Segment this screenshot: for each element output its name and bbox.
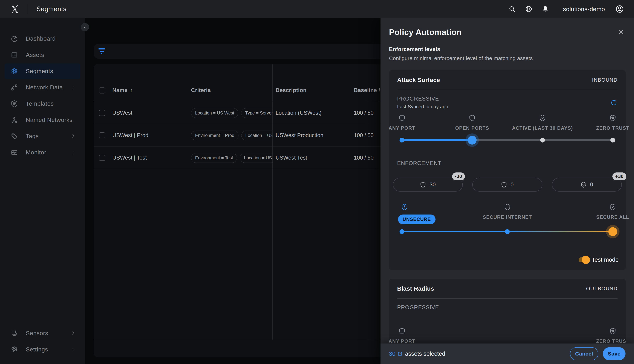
assets-icon bbox=[11, 51, 18, 59]
selected-assets-link[interactable]: 30 bbox=[389, 350, 403, 357]
sidebar-item-label: Sensors bbox=[26, 330, 48, 336]
shield-exclamation-icon bbox=[399, 114, 405, 121]
cancel-button[interactable]: Cancel bbox=[570, 347, 598, 360]
notifications-bell-icon[interactable] bbox=[542, 5, 549, 13]
segment-name: USWest bbox=[112, 110, 191, 116]
blast-radius-card: Blast Radius OUTBOUND PROGRESSIVE ANY PO… bbox=[389, 279, 626, 345]
settings-gear-icon bbox=[11, 346, 18, 353]
slider-start-dot bbox=[400, 138, 404, 142]
sidebar-item-settings[interactable]: Settings bbox=[0, 342, 85, 357]
enforcement-level-slider[interactable]: UNSECURE SECURE INTERNET SECURE ALL bbox=[402, 204, 613, 241]
slider-thumb[interactable] bbox=[468, 136, 477, 144]
sidebar-collapse-button[interactable] bbox=[81, 23, 89, 31]
enforcement-unsecure-button[interactable]: 30 -30 bbox=[393, 178, 463, 192]
slider-stop-any-port[interactable]: ANY PORT bbox=[389, 114, 415, 131]
sidebar-item-assets[interactable]: Assets bbox=[0, 47, 85, 63]
username[interactable]: solutions-demo bbox=[563, 6, 605, 12]
sidebar-item-label: Settings bbox=[26, 346, 48, 353]
sidebar-item-templates[interactable]: Templates bbox=[0, 96, 85, 112]
sidebar-item-sensors[interactable]: Sensors bbox=[0, 326, 85, 341]
card-title: Blast Radius bbox=[397, 285, 434, 292]
avatar-icon[interactable] bbox=[615, 4, 624, 14]
sidebar-item-network-data[interactable]: Network Data bbox=[0, 80, 85, 95]
segment-criteria: Location = US West Type = Server bbox=[191, 108, 272, 118]
save-button[interactable]: Save bbox=[603, 347, 625, 360]
column-header-description: Description bbox=[272, 87, 352, 94]
sidebar-item-tags[interactable]: Tags bbox=[0, 128, 85, 144]
enforcement-secure-internet-button[interactable]: 0 bbox=[472, 178, 542, 192]
slider-fill bbox=[402, 139, 472, 141]
named-networks-icon bbox=[11, 116, 18, 124]
slider-track[interactable] bbox=[402, 231, 613, 232]
shield-icon bbox=[501, 182, 507, 188]
segment-name: USWest | Test bbox=[112, 154, 191, 161]
attack-surface-slider[interactable]: ANY PORT OPEN PORTS ACTIVE (LAST 30 DAYS… bbox=[402, 114, 613, 149]
row-checkbox[interactable] bbox=[99, 110, 105, 116]
slider-stop-any-port[interactable]: ANY PORT bbox=[389, 328, 415, 344]
slider-stop-zero-trust[interactable]: ZERO TRUST bbox=[596, 114, 629, 131]
sidebar-item-monitor[interactable]: Monitor bbox=[0, 145, 85, 160]
blast-radius-slider[interactable]: ANY PORT ZERO TRUST bbox=[402, 328, 613, 345]
chevron-right-icon bbox=[71, 85, 76, 90]
segment-description: USWest Production bbox=[272, 132, 352, 138]
table-row[interactable]: USWest | Prod Environment = Prod Locatio… bbox=[94, 124, 393, 147]
level-stop-unsecure[interactable]: UNSECURE bbox=[402, 204, 436, 224]
filter-bar[interactable] bbox=[94, 44, 393, 59]
drawer-title: Policy Automation bbox=[389, 28, 626, 37]
shield-exclamation-icon bbox=[401, 204, 408, 210]
card-title: Attack Surface bbox=[397, 76, 440, 84]
section-description: Configure minimal enforcement level of t… bbox=[389, 55, 626, 61]
close-icon[interactable] bbox=[618, 28, 625, 36]
help-icon[interactable] bbox=[525, 5, 532, 13]
topbar-actions: solutions-demo bbox=[508, 4, 624, 14]
sidebar-item-label: Tags bbox=[26, 133, 39, 140]
slider-stop-dot bbox=[610, 138, 615, 142]
enforcement-buttons: 30 -30 0 0 +30 bbox=[393, 178, 622, 192]
slider-stop-open-ports[interactable]: OPEN PORTS bbox=[455, 114, 489, 131]
chevron-left-icon bbox=[83, 25, 87, 29]
sidebar-item-label: Segments bbox=[26, 68, 53, 74]
sidebar-item-dashboard[interactable]: Dashboard bbox=[0, 31, 85, 46]
table-row[interactable]: USWest | Test Environment = Test Locatio… bbox=[94, 147, 393, 169]
row-checkbox[interactable] bbox=[99, 132, 105, 138]
sidebar-item-label: Dashboard bbox=[26, 35, 56, 42]
enforcement-secure-all-button[interactable]: 0 +30 bbox=[552, 178, 622, 192]
table-header: Name ↑ Criteria Description Baseline / bbox=[94, 64, 393, 102]
select-all-checkbox[interactable] bbox=[99, 88, 105, 94]
table-row[interactable]: USWest Location = US West Type = Server … bbox=[94, 102, 393, 124]
slider-mid-dot bbox=[505, 229, 510, 234]
tags-icon bbox=[11, 132, 18, 140]
criteria-chip: Type = Server bbox=[241, 108, 272, 118]
sidebar-item-segments[interactable]: Segments bbox=[5, 64, 80, 79]
criteria-chip: Location = US bbox=[240, 153, 272, 163]
templates-icon bbox=[11, 100, 18, 108]
column-header-criteria: Criteria bbox=[191, 87, 272, 94]
sidebar-item-named-networks[interactable]: Named Networks bbox=[0, 112, 85, 128]
row-checkbox[interactable] bbox=[99, 155, 105, 161]
slider-thumb[interactable] bbox=[608, 227, 617, 236]
refresh-icon[interactable] bbox=[610, 99, 617, 106]
search-icon[interactable] bbox=[508, 5, 516, 13]
slider-track[interactable] bbox=[402, 139, 613, 141]
sidebar-bottom-group: Sensors Settings bbox=[0, 325, 85, 358]
direction-badge: INBOUND bbox=[592, 77, 617, 83]
criteria-chip: Location = US West bbox=[191, 108, 238, 118]
level-stop-secure-all[interactable]: SECURE ALL bbox=[596, 204, 629, 220]
slider-stop-zero-trust[interactable]: ZERO TRUST bbox=[596, 328, 626, 344]
delta-badge: -30 bbox=[452, 172, 465, 180]
mode-label: PROGRESSIVE bbox=[397, 96, 448, 102]
test-mode-toggle[interactable] bbox=[579, 257, 589, 262]
shield-star-icon bbox=[609, 114, 616, 121]
filter-icon[interactable] bbox=[98, 48, 105, 54]
slider-start-dot bbox=[400, 229, 404, 234]
sidebar-item-label: Templates bbox=[26, 100, 54, 107]
slider-stop-active-30-days[interactable]: ACTIVE (LAST 30 DAYS) bbox=[512, 114, 573, 131]
column-header-name[interactable]: Name ↑ bbox=[112, 87, 191, 94]
level-stop-secure-internet[interactable]: SECURE INTERNET bbox=[483, 204, 532, 220]
dashboard-icon bbox=[11, 35, 18, 42]
chevron-right-icon bbox=[71, 331, 76, 336]
network-data-icon bbox=[11, 84, 18, 91]
chevron-right-icon bbox=[71, 134, 76, 139]
external-link-icon bbox=[397, 351, 403, 356]
slider-stop-dot bbox=[540, 138, 545, 142]
